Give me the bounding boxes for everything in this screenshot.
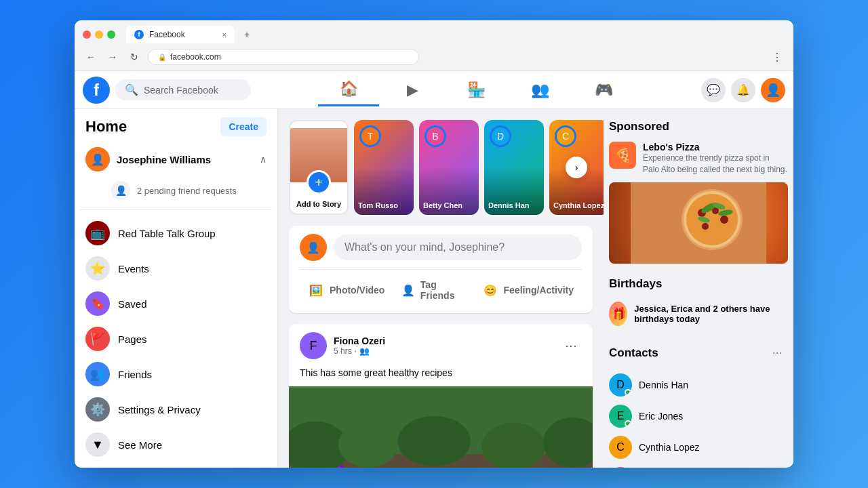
- friend-requests-label: 2 pending friend requests: [137, 186, 237, 196]
- birthday-icon: 🎁: [609, 302, 627, 326]
- browser-chrome: f Facebook × + ← → ↻ 🔒 facebook.com ⋮: [75, 20, 793, 71]
- story-avatar-tom: T: [359, 125, 381, 147]
- notifications-button[interactable]: 🔔: [731, 78, 755, 102]
- sidebar-item-pages[interactable]: 🚩 Pages: [80, 321, 272, 357]
- sidebar-divider: [80, 209, 272, 210]
- svg-point-31: [686, 194, 738, 245]
- reload-button[interactable]: ↻: [126, 49, 142, 65]
- birthday-others: 2 others: [713, 304, 748, 314]
- sidebar-label-more: See More: [118, 439, 162, 451]
- birthdays-title: Birthdays: [609, 277, 788, 291]
- forward-button[interactable]: →: [104, 49, 121, 65]
- friends-icon: 👥: [85, 362, 110, 386]
- sidebar-item-more[interactable]: ▼ See More: [80, 427, 272, 462]
- story-name-dennis: Dennis Han: [488, 201, 540, 209]
- sidebar-item-friends[interactable]: 👥 Friends: [80, 357, 272, 392]
- svg-point-23: [398, 416, 471, 466]
- main-content: Home Create 👤 Josephine Williams ∧ 👤 2 p…: [75, 109, 793, 468]
- facebook-logo[interactable]: f: [83, 77, 110, 104]
- contact-name-eric: Eric Jones: [639, 411, 683, 422]
- events-icon: ⭐: [85, 256, 110, 281]
- sidebar-label-pages: Pages: [118, 333, 147, 345]
- feeling-label: Feeling/Activity: [504, 285, 574, 296]
- contact-avatar-betty: B: [609, 467, 632, 468]
- friend-request-icon: 👤: [111, 181, 130, 200]
- contact-item-betty[interactable]: B Betty Chen: [609, 463, 788, 468]
- sidebar-label-friends: Friends: [118, 369, 152, 380]
- post-text: This has some great healthy recipes: [289, 367, 593, 386]
- new-tab-button[interactable]: +: [240, 28, 254, 41]
- sponsored-title: Sponsored: [609, 120, 788, 134]
- sidebar-user-profile[interactable]: 👤 Josephine Williams ∧: [80, 142, 272, 177]
- photo-video-icon: 🖼️: [308, 282, 324, 298]
- post-header: F Fiona Ozeri 5 hrs · 👥 ⋯: [289, 324, 593, 367]
- post-more-button[interactable]: ⋯: [560, 335, 582, 357]
- search-bar[interactable]: 🔍: [115, 79, 251, 100]
- traffic-lights: [83, 30, 115, 39]
- saved-icon: 🔖: [85, 291, 110, 316]
- nav-gaming[interactable]: 🎮: [573, 74, 634, 106]
- photo-video-button[interactable]: 🖼️ Photo/Video: [300, 275, 393, 305]
- story-card-dennis[interactable]: D Dennis Han: [484, 120, 544, 215]
- ad-logo: 🍕: [609, 142, 636, 169]
- contacts-more-button[interactable]: ⋯: [766, 342, 788, 364]
- settings-icon: ⚙️: [85, 397, 110, 422]
- browser-more-button[interactable]: ⋮: [769, 49, 785, 65]
- browser-tab[interactable]: f Facebook ×: [126, 26, 235, 43]
- ad-name: Lebo's Pizza: [643, 142, 788, 152]
- post-image: [289, 386, 593, 468]
- lock-icon: 🔒: [158, 54, 166, 61]
- header-actions: 💬 🔔 👤: [701, 78, 785, 102]
- pages-icon: 🚩: [85, 327, 110, 351]
- birthdays-section: Birthdays 🎁 Jessica, Erica and 2 others …: [609, 277, 788, 329]
- sidebar-item-red-table[interactable]: 📺 Red Table Talk Group: [80, 216, 272, 251]
- sidebar-label-events: Events: [118, 263, 149, 274]
- nav-watch[interactable]: ▶: [382, 74, 443, 106]
- facebook-header: f 🔍 🏠 ▶ 🏪 👥 🎮 💬 🔔 👤: [75, 71, 793, 109]
- sidebar-item-settings[interactable]: ⚙️ Settings & Privacy: [80, 392, 272, 427]
- minimize-button[interactable]: [95, 30, 103, 39]
- stories-row: + Add to Story T Tom Russo: [289, 120, 593, 215]
- story-card-betty[interactable]: B Betty Chen: [419, 120, 479, 215]
- tab-close-button[interactable]: ×: [222, 30, 226, 39]
- sidebar-footer: Privacy · Terms · Advertising · Ad Choic…: [80, 462, 272, 468]
- back-button[interactable]: ←: [83, 49, 99, 65]
- contact-item-eric[interactable]: E Eric Jones: [609, 401, 788, 432]
- stories-next-button[interactable]: ›: [566, 157, 587, 178]
- contact-avatar-dennis: D: [609, 373, 632, 396]
- user-avatar: 👤: [85, 147, 110, 171]
- sidebar-label-saved: Saved: [118, 298, 147, 310]
- close-button[interactable]: [83, 30, 91, 39]
- nav-groups[interactable]: 👥: [509, 74, 570, 106]
- contact-item-dennis[interactable]: D Dennis Han: [609, 369, 788, 401]
- add-story-card[interactable]: + Add to Story: [289, 120, 349, 215]
- sidebar-item-saved[interactable]: 🔖 Saved: [80, 286, 272, 321]
- nav-marketplace[interactable]: 🏪: [446, 74, 507, 106]
- create-button[interactable]: Create: [220, 117, 267, 136]
- friend-requests-item[interactable]: 👤 2 pending friend requests: [80, 177, 272, 204]
- right-sidebar: Sponsored 🍕 Lebo's Pizza Experience the …: [604, 109, 793, 468]
- messenger-button[interactable]: 💬: [701, 78, 726, 102]
- ad-info: Lebo's Pizza Experience the trendy pizza…: [643, 142, 788, 176]
- birthday-item: 🎁 Jessica, Erica and 2 others have birth…: [609, 299, 788, 329]
- contact-item-cynthia[interactable]: C Cynthia Lopez: [609, 432, 788, 463]
- ad-card[interactable]: 🍕 Lebo's Pizza Experience the trendy piz…: [609, 142, 788, 176]
- profile-avatar[interactable]: 👤: [761, 78, 785, 102]
- story-name-betty: Betty Chen: [423, 201, 475, 209]
- post-privacy-icon: 👥: [359, 346, 370, 356]
- post-input[interactable]: [334, 235, 582, 260]
- tag-friends-button[interactable]: 👤 Tag Friends: [393, 275, 473, 305]
- birthday-names-bold: Jessica, Erica: [634, 304, 692, 314]
- feeling-button[interactable]: 😊 Feeling/Activity: [474, 275, 582, 305]
- nav-home[interactable]: 🏠: [318, 74, 379, 106]
- post-image-svg: [289, 386, 593, 468]
- main-navigation: 🏠 ▶ 🏪 👥 🎮: [251, 74, 701, 106]
- composer-top: 👤: [300, 234, 582, 261]
- url-bar[interactable]: 🔒 facebook.com: [148, 49, 419, 65]
- contact-name-dennis: Dennis Han: [639, 380, 688, 390]
- maximize-button[interactable]: [107, 30, 115, 39]
- composer-actions: 🖼️ Photo/Video 👤 Tag Friends 😊 Feeling/A…: [300, 275, 582, 305]
- search-input[interactable]: [144, 85, 241, 96]
- sidebar-item-events[interactable]: ⭐ Events: [80, 251, 272, 286]
- story-card-tom[interactable]: T Tom Russo: [354, 120, 414, 215]
